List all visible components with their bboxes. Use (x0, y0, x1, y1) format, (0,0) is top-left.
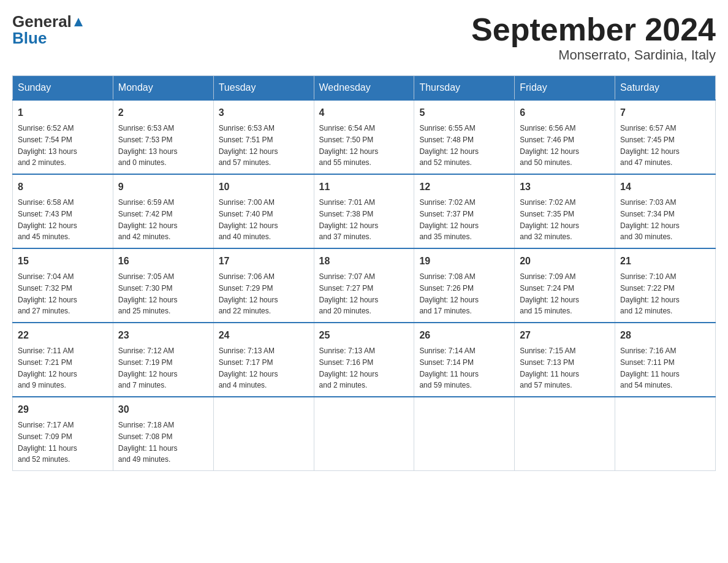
calendar-week-row: 8Sunrise: 6:58 AMSunset: 7:43 PMDaylight… (13, 174, 716, 248)
day-info: Sunrise: 7:12 AMSunset: 7:19 PMDaylight:… (118, 347, 178, 389)
table-row: 2Sunrise: 6:53 AMSunset: 7:53 PMDaylight… (113, 100, 213, 174)
day-info: Sunrise: 7:02 AMSunset: 7:35 PMDaylight:… (520, 198, 579, 241)
day-number: 10 (219, 180, 309, 194)
day-info: Sunrise: 6:58 AMSunset: 7:43 PMDaylight:… (18, 198, 77, 241)
calendar-week-row: 22Sunrise: 7:11 AMSunset: 7:21 PMDayligh… (13, 323, 716, 397)
table-row (515, 397, 615, 471)
table-row: 16Sunrise: 7:05 AMSunset: 7:30 PMDayligh… (113, 248, 213, 323)
table-row: 22Sunrise: 7:11 AMSunset: 7:21 PMDayligh… (13, 323, 113, 397)
header-tuesday: Tuesday (213, 76, 314, 101)
day-number: 7 (620, 105, 710, 120)
day-number: 26 (419, 328, 509, 343)
day-info: Sunrise: 6:54 AMSunset: 7:50 PMDaylight:… (319, 124, 379, 167)
day-number: 14 (620, 180, 710, 194)
table-row: 21Sunrise: 7:10 AMSunset: 7:22 PMDayligh… (615, 248, 716, 323)
calendar-table: Sunday Monday Tuesday Wednesday Thursday… (12, 75, 716, 471)
calendar-week-row: 1Sunrise: 6:52 AMSunset: 7:54 PMDaylight… (13, 100, 716, 174)
day-info: Sunrise: 7:17 AMSunset: 7:09 PMDaylight:… (18, 421, 77, 464)
header-sunday: Sunday (13, 76, 113, 101)
table-row: 29Sunrise: 7:17 AMSunset: 7:09 PMDayligh… (13, 397, 113, 471)
page-header: General Blue September 2024 Monserrato, … (12, 12, 716, 63)
day-info: Sunrise: 6:57 AMSunset: 7:45 PMDaylight:… (620, 124, 680, 167)
day-info: Sunrise: 7:00 AMSunset: 7:40 PMDaylight:… (219, 198, 278, 241)
table-row: 14Sunrise: 7:03 AMSunset: 7:34 PMDayligh… (615, 174, 716, 248)
day-info: Sunrise: 7:08 AMSunset: 7:26 PMDaylight:… (419, 272, 479, 315)
table-row (314, 397, 414, 471)
table-row: 27Sunrise: 7:15 AMSunset: 7:13 PMDayligh… (515, 323, 615, 397)
day-number: 30 (118, 402, 208, 417)
day-info: Sunrise: 7:04 AMSunset: 7:32 PMDaylight:… (18, 272, 77, 315)
day-number: 29 (18, 402, 108, 417)
table-row: 11Sunrise: 7:01 AMSunset: 7:38 PMDayligh… (314, 174, 414, 248)
day-number: 5 (419, 105, 509, 120)
table-row: 17Sunrise: 7:06 AMSunset: 7:29 PMDayligh… (213, 248, 314, 323)
header-saturday: Saturday (615, 76, 716, 101)
day-number: 25 (319, 328, 409, 343)
logo-blue: Blue (12, 29, 84, 48)
table-row: 19Sunrise: 7:08 AMSunset: 7:26 PMDayligh… (414, 248, 515, 323)
table-row: 30Sunrise: 7:18 AMSunset: 7:08 PMDayligh… (113, 397, 213, 471)
table-row: 25Sunrise: 7:13 AMSunset: 7:16 PMDayligh… (314, 323, 414, 397)
svg-marker-0 (74, 18, 83, 26)
day-number: 1 (18, 105, 108, 120)
day-info: Sunrise: 7:06 AMSunset: 7:29 PMDaylight:… (219, 272, 278, 315)
day-info: Sunrise: 7:02 AMSunset: 7:37 PMDaylight:… (419, 198, 479, 241)
day-info: Sunrise: 6:53 AMSunset: 7:53 PMDaylight:… (118, 124, 178, 167)
day-number: 21 (620, 254, 710, 269)
table-row: 9Sunrise: 6:59 AMSunset: 7:42 PMDaylight… (113, 174, 213, 248)
day-number: 17 (219, 254, 309, 269)
table-row: 7Sunrise: 6:57 AMSunset: 7:45 PMDaylight… (615, 100, 716, 174)
day-number: 22 (18, 328, 108, 343)
day-number: 9 (118, 180, 208, 194)
table-row: 13Sunrise: 7:02 AMSunset: 7:35 PMDayligh… (515, 174, 615, 248)
day-info: Sunrise: 6:56 AMSunset: 7:46 PMDaylight:… (520, 124, 579, 167)
table-row: 12Sunrise: 7:02 AMSunset: 7:37 PMDayligh… (414, 174, 515, 248)
weekday-header-row: Sunday Monday Tuesday Wednesday Thursday… (13, 76, 716, 101)
calendar-week-row: 29Sunrise: 7:17 AMSunset: 7:09 PMDayligh… (13, 397, 716, 471)
header-wednesday: Wednesday (314, 76, 414, 101)
day-number: 23 (118, 328, 208, 343)
day-info: Sunrise: 7:14 AMSunset: 7:14 PMDaylight:… (419, 347, 479, 389)
table-row (615, 397, 716, 471)
table-row: 26Sunrise: 7:14 AMSunset: 7:14 PMDayligh… (414, 323, 515, 397)
day-info: Sunrise: 6:53 AMSunset: 7:51 PMDaylight:… (219, 124, 278, 167)
header-monday: Monday (113, 76, 213, 101)
table-row (414, 397, 515, 471)
day-info: Sunrise: 6:55 AMSunset: 7:48 PMDaylight:… (419, 124, 479, 167)
day-number: 15 (18, 254, 108, 269)
table-row (213, 397, 314, 471)
day-number: 16 (118, 254, 208, 269)
day-number: 19 (419, 254, 509, 269)
table-row: 20Sunrise: 7:09 AMSunset: 7:24 PMDayligh… (515, 248, 615, 323)
day-number: 28 (620, 328, 710, 343)
day-number: 24 (219, 328, 309, 343)
day-info: Sunrise: 7:11 AMSunset: 7:21 PMDaylight:… (18, 347, 77, 389)
day-info: Sunrise: 7:09 AMSunset: 7:24 PMDaylight:… (520, 272, 579, 315)
table-row: 3Sunrise: 6:53 AMSunset: 7:51 PMDaylight… (213, 100, 314, 174)
day-number: 11 (319, 180, 409, 194)
day-info: Sunrise: 7:18 AMSunset: 7:08 PMDaylight:… (118, 421, 178, 464)
day-info: Sunrise: 7:13 AMSunset: 7:16 PMDaylight:… (319, 347, 379, 389)
day-info: Sunrise: 7:05 AMSunset: 7:30 PMDaylight:… (118, 272, 178, 315)
table-row: 8Sunrise: 6:58 AMSunset: 7:43 PMDaylight… (13, 174, 113, 248)
title-area: September 2024 Monserrato, Sardinia, Ita… (471, 12, 716, 63)
table-row: 1Sunrise: 6:52 AMSunset: 7:54 PMDaylight… (13, 100, 113, 174)
day-number: 4 (319, 105, 409, 120)
day-info: Sunrise: 7:07 AMSunset: 7:27 PMDaylight:… (319, 272, 379, 315)
day-number: 8 (18, 180, 108, 194)
logo-triangle-icon (73, 17, 84, 28)
table-row: 28Sunrise: 7:16 AMSunset: 7:11 PMDayligh… (615, 323, 716, 397)
table-row: 24Sunrise: 7:13 AMSunset: 7:17 PMDayligh… (213, 323, 314, 397)
day-number: 3 (219, 105, 309, 120)
header-thursday: Thursday (414, 76, 515, 101)
day-number: 6 (520, 105, 610, 120)
table-row: 6Sunrise: 6:56 AMSunset: 7:46 PMDaylight… (515, 100, 615, 174)
day-number: 20 (520, 254, 610, 269)
table-row: 4Sunrise: 6:54 AMSunset: 7:50 PMDaylight… (314, 100, 414, 174)
table-row: 5Sunrise: 6:55 AMSunset: 7:48 PMDaylight… (414, 100, 515, 174)
day-number: 18 (319, 254, 409, 269)
day-info: Sunrise: 6:59 AMSunset: 7:42 PMDaylight:… (118, 198, 178, 241)
day-info: Sunrise: 7:15 AMSunset: 7:13 PMDaylight:… (520, 347, 579, 389)
day-number: 2 (118, 105, 208, 120)
day-info: Sunrise: 7:13 AMSunset: 7:17 PMDaylight:… (219, 347, 278, 389)
